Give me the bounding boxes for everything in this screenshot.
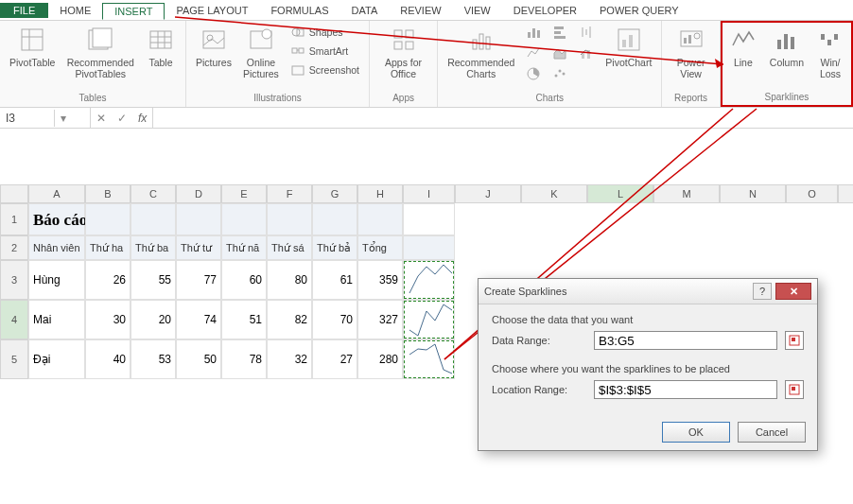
- report-title[interactable]: Báo cáo doanh thu bán hàng tuần 33: [28, 203, 85, 235]
- col-header[interactable]: P: [838, 184, 853, 203]
- data-cell[interactable]: 40: [85, 339, 131, 379]
- tab-insert[interactable]: INSERT: [102, 3, 165, 20]
- data-cell[interactable]: 53: [131, 339, 176, 379]
- sparkline-winloss-button[interactable]: Win/ Loss: [811, 23, 849, 81]
- col-header[interactable]: L: [587, 184, 653, 203]
- table-header-cell[interactable]: Thứ ba: [131, 235, 176, 260]
- chart-scatter-button[interactable]: [548, 64, 571, 83]
- data-cell[interactable]: 359: [357, 260, 403, 300]
- col-header[interactable]: H: [357, 184, 403, 203]
- data-cell[interactable]: 50: [176, 339, 221, 379]
- data-cell[interactable]: 27: [312, 339, 357, 379]
- tab-file[interactable]: FILE: [0, 3, 48, 18]
- col-header[interactable]: O: [786, 184, 838, 203]
- sparkline-cell[interactable]: [403, 300, 455, 339]
- col-header[interactable]: M: [653, 184, 720, 203]
- pivotchart-button[interactable]: PivotChart: [601, 23, 655, 70]
- chart-stock-button[interactable]: [575, 23, 598, 42]
- table-button[interactable]: Table: [142, 23, 180, 70]
- enter-formula-icon[interactable]: ✓: [112, 112, 132, 125]
- row-header[interactable]: 4: [0, 300, 28, 339]
- recommended-pivottables-button[interactable]: Recommended PivotTables: [62, 23, 138, 81]
- pictures-button[interactable]: Pictures: [192, 23, 235, 70]
- sparkline-column-button[interactable]: Column: [766, 23, 808, 70]
- col-header[interactable]: I: [403, 184, 455, 203]
- dialog-help-button[interactable]: ?: [753, 283, 772, 300]
- smartart-button[interactable]: SmartArt: [287, 42, 363, 61]
- data-range-input[interactable]: [594, 331, 777, 350]
- range-picker-icon[interactable]: [785, 380, 804, 399]
- shapes-button[interactable]: Shapes: [287, 23, 363, 42]
- data-cell[interactable]: Hùng: [28, 260, 85, 300]
- ok-button[interactable]: OK: [662, 422, 730, 443]
- sparkline-line-button[interactable]: Line: [724, 23, 762, 70]
- data-cell[interactable]: 51: [221, 300, 267, 339]
- table-header-cell[interactable]: Thứ tư: [176, 235, 221, 260]
- chart-combo-button[interactable]: [575, 43, 598, 62]
- tab-developer[interactable]: DEVELOPER: [502, 3, 588, 18]
- tab-data[interactable]: DATA: [340, 3, 390, 18]
- sparkline-cell[interactable]: [403, 260, 455, 300]
- location-range-input[interactable]: [594, 380, 777, 399]
- table-header-cell[interactable]: Thứ ha: [85, 235, 131, 260]
- col-header[interactable]: N: [720, 184, 786, 203]
- dialog-close-button[interactable]: ✕: [775, 283, 811, 300]
- data-cell[interactable]: 61: [312, 260, 357, 300]
- col-header[interactable]: K: [521, 184, 587, 203]
- name-box[interactable]: I3: [0, 110, 55, 127]
- row-header[interactable]: 5: [0, 339, 28, 379]
- recommended-charts-button[interactable]: Recommended Charts: [444, 23, 518, 81]
- data-cell[interactable]: 280: [357, 339, 403, 379]
- fx-icon[interactable]: fx: [132, 112, 152, 125]
- table-header-cell[interactable]: Thứ sá: [267, 235, 312, 260]
- chart-hbar-button[interactable]: [548, 23, 571, 42]
- sparkline-cell[interactable]: [403, 339, 455, 379]
- online-pictures-button[interactable]: Online Pictures: [239, 23, 283, 81]
- col-header[interactable]: E: [221, 184, 267, 203]
- table-header-cell[interactable]: Thứ bả: [312, 235, 357, 260]
- cancel-button[interactable]: Cancel: [738, 422, 806, 443]
- range-picker-icon[interactable]: [785, 331, 804, 350]
- data-cell[interactable]: 77: [176, 260, 221, 300]
- data-cell[interactable]: 82: [267, 300, 312, 339]
- chart-area-button[interactable]: [548, 43, 571, 62]
- formula-input[interactable]: [152, 108, 853, 128]
- data-cell[interactable]: 327: [357, 300, 403, 339]
- tab-formulas[interactable]: FORMULAS: [259, 3, 339, 18]
- table-header-cell[interactable]: Tổng: [357, 235, 403, 260]
- power-view-button[interactable]: Power View: [668, 23, 713, 81]
- col-header[interactable]: C: [131, 184, 176, 203]
- data-cell[interactable]: 80: [267, 260, 312, 300]
- data-cell[interactable]: 55: [131, 260, 176, 300]
- tab-view[interactable]: VIEW: [453, 3, 502, 18]
- col-header[interactable]: G: [312, 184, 357, 203]
- tab-power-query[interactable]: POWER QUERY: [588, 3, 690, 18]
- col-header[interactable]: F: [267, 184, 312, 203]
- dialog-titlebar[interactable]: Create Sparklines ? ✕: [479, 279, 817, 304]
- cancel-formula-icon[interactable]: ✕: [91, 112, 112, 125]
- data-cell[interactable]: Mai: [28, 300, 85, 339]
- chart-bar-button[interactable]: [522, 23, 545, 42]
- apps-for-office-button[interactable]: Apps for Office: [375, 23, 431, 81]
- data-cell[interactable]: 30: [85, 300, 131, 339]
- col-header[interactable]: B: [85, 184, 131, 203]
- select-all-corner[interactable]: [0, 184, 28, 203]
- tab-home[interactable]: HOME: [48, 3, 102, 18]
- data-cell[interactable]: 74: [176, 300, 221, 339]
- row-header[interactable]: 2: [0, 235, 28, 260]
- tab-page-layout[interactable]: PAGE LAYOUT: [165, 3, 259, 18]
- data-cell[interactable]: 32: [267, 339, 312, 379]
- data-cell[interactable]: 70: [312, 300, 357, 339]
- chart-pie-button[interactable]: [522, 64, 545, 83]
- tab-review[interactable]: REVIEW: [389, 3, 452, 18]
- namebox-dropdown-icon[interactable]: ▾: [55, 112, 72, 125]
- data-cell[interactable]: 60: [221, 260, 267, 300]
- pivottable-button[interactable]: PivotTable: [6, 23, 59, 70]
- data-cell[interactable]: 20: [131, 300, 176, 339]
- chart-line-button[interactable]: [522, 43, 545, 62]
- col-header[interactable]: A: [28, 184, 85, 203]
- row-header[interactable]: 3: [0, 260, 28, 300]
- row-header[interactable]: 1: [0, 203, 28, 235]
- data-cell[interactable]: 78: [221, 339, 267, 379]
- table-header-cell[interactable]: Thứ nă: [221, 235, 267, 260]
